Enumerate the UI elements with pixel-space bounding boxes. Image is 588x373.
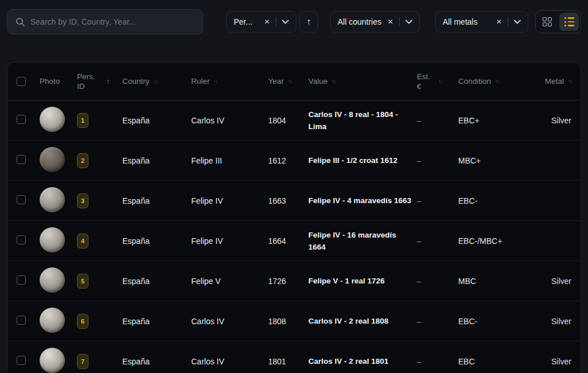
column-header-ruler[interactable]: Ruler↑↓ [191, 76, 268, 86]
row-ruler: Carlos IV [191, 116, 268, 125]
grid-view-button[interactable] [537, 13, 557, 31]
row-year: 1663 [268, 196, 308, 205]
row-estimate: – [417, 196, 458, 205]
row-ruler: Felipe IV [191, 196, 268, 205]
row-checkbox[interactable] [17, 356, 26, 365]
row-year: 1726 [268, 277, 308, 286]
table-row[interactable]: 7 España Carlos IV 1801 Carlos IV - 2 re… [7, 341, 581, 373]
column-label: Condition [458, 76, 491, 86]
metals-filter-value: All metals [443, 17, 478, 26]
period-filter-value: Per... [234, 17, 253, 26]
divider [508, 17, 508, 26]
row-checkbox[interactable] [17, 235, 26, 244]
row-estimate: – [417, 116, 458, 125]
row-id-badge: 6 [77, 314, 88, 329]
column-label: Country [122, 76, 149, 86]
coin-photo[interactable] [40, 308, 65, 333]
table-header-row: PhotoPers. ID↑Country↑↓Ruler↑↓Year↑↓Valu… [7, 63, 581, 100]
row-id-badge: 7 [77, 354, 88, 369]
coins-table: PhotoPers. ID↑Country↑↓Ruler↑↓Year↑↓Valu… [7, 62, 581, 373]
row-id-badge: 5 [77, 274, 88, 289]
table-row[interactable]: 1 España Carlos IV 1804 Carlos IV - 8 re… [7, 100, 581, 141]
row-metal: Silver [544, 357, 571, 366]
row-value: Felipe V - 1 real 1726 [308, 275, 417, 287]
sort-icon: ↑↓ [438, 78, 442, 84]
column-header-photo: Photo [40, 76, 77, 86]
arrow-up-icon: ↑ [307, 17, 311, 27]
column-label: Metal [545, 76, 564, 86]
row-ruler: Carlos IV [191, 317, 268, 326]
column-label: Year [268, 76, 284, 86]
search-box[interactable] [7, 9, 203, 34]
row-checkbox[interactable] [17, 115, 26, 124]
chevron-down-icon[interactable] [282, 20, 289, 24]
column-header-id[interactable]: Pers. ID↑ [77, 72, 122, 91]
sort-icon: ↑↓ [214, 78, 217, 84]
table-row[interactable]: 3 España Felipe IV 1663 Felipe IV - 4 ma… [7, 181, 581, 221]
row-country: España [122, 317, 191, 326]
table-row[interactable]: 6 España Carlos IV 1808 Carlos IV - 2 re… [7, 301, 581, 341]
row-year: 1801 [268, 357, 308, 366]
table-row[interactable]: 4 España Felipe IV 1664 Felipe IV - 16 m… [7, 221, 581, 261]
row-checkbox[interactable] [17, 316, 26, 325]
column-label: Ruler [191, 76, 210, 86]
coin-photo[interactable] [40, 348, 65, 373]
view-toggle [535, 10, 581, 33]
column-header-value[interactable]: Value↑↓ [308, 76, 417, 86]
row-ruler: Felipe III [191, 156, 268, 165]
countries-filter-select[interactable]: All countries ✕ [330, 11, 420, 33]
divider [276, 17, 276, 26]
table-row[interactable]: 2 España Felipe III 1612 Felipe III - 1/… [7, 141, 581, 181]
row-metal: Silver [544, 116, 571, 125]
row-country: España [122, 357, 191, 366]
row-year: 1664 [268, 236, 308, 246]
row-country: España [122, 236, 191, 246]
chevron-down-icon[interactable] [514, 20, 521, 24]
coin-collection-app: Per... ✕ ↑ All countries ✕ All metals ✕ [0, 9, 588, 373]
column-label: Photo [40, 76, 60, 86]
period-filter-select[interactable]: Per... ✕ [226, 11, 296, 33]
coin-photo[interactable] [40, 147, 65, 172]
row-condition: EBC+ [458, 116, 544, 125]
column-label: Est. € [417, 72, 434, 91]
select-all-checkbox[interactable] [17, 77, 26, 86]
row-value: Felipe III - 1/2 croat 1612 [308, 154, 417, 166]
row-checkbox[interactable] [17, 155, 26, 164]
coin-photo[interactable] [40, 267, 65, 293]
column-label: Pers. ID [77, 72, 102, 91]
column-header-metal[interactable]: Metal↑↓ [544, 76, 571, 86]
row-metal: Silver [544, 277, 571, 286]
sort-direction-button[interactable]: ↑ [299, 11, 318, 33]
sort-icon: ↑↓ [568, 78, 571, 84]
table-row[interactable]: 5 España Felipe V 1726 Felipe V - 1 real… [7, 261, 581, 301]
column-header-country[interactable]: Country↑↓ [122, 76, 191, 86]
row-condition: EBC- [458, 317, 544, 326]
row-id-badge: 4 [77, 234, 88, 248]
grid-icon [543, 17, 552, 26]
row-estimate: – [417, 236, 458, 246]
row-checkbox[interactable] [17, 195, 26, 204]
column-header-condition[interactable]: Condition↑↓ [458, 76, 544, 86]
row-condition: MBC [458, 277, 544, 286]
row-metal: Silver [544, 317, 571, 326]
row-value: Carlos IV - 2 real 1808 [308, 315, 417, 327]
column-header-est[interactable]: Est. €↑↓ [417, 72, 458, 91]
coin-photo[interactable] [40, 227, 65, 252]
row-checkbox[interactable] [17, 275, 26, 285]
metals-filter-select[interactable]: All metals ✕ [435, 11, 528, 33]
countries-filter-clear-icon[interactable]: ✕ [388, 18, 393, 25]
search-icon [16, 17, 25, 26]
row-value: Carlos IV - 2 real 1801 [308, 355, 417, 367]
chevron-down-icon[interactable] [405, 20, 412, 24]
period-filter-clear-icon[interactable]: ✕ [264, 18, 270, 25]
column-header-year[interactable]: Year↑↓ [268, 76, 308, 86]
coin-photo[interactable] [40, 107, 65, 132]
coin-photo[interactable] [40, 187, 65, 212]
row-ruler: Carlos IV [191, 357, 268, 366]
sort-icon: ↑↓ [153, 78, 157, 84]
search-input[interactable] [30, 17, 195, 26]
list-view-button[interactable] [559, 13, 579, 31]
metals-filter-clear-icon[interactable]: ✕ [496, 18, 502, 25]
row-value: Carlos IV - 8 real - 1804 - Lima [308, 108, 417, 133]
sort-icon: ↑↓ [332, 78, 335, 84]
